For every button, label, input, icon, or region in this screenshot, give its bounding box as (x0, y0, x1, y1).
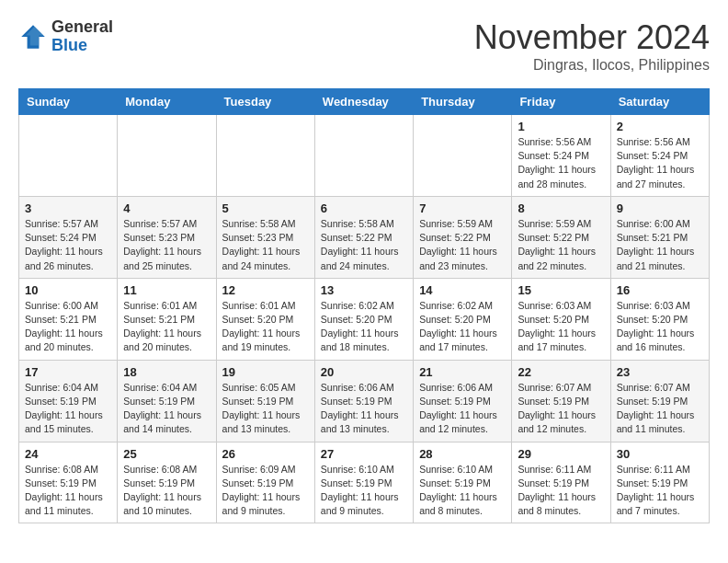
day-number: 8 (518, 201, 604, 215)
logo-icon (18, 22, 48, 52)
calendar-cell: 22Sunrise: 6:07 AM Sunset: 5:19 PM Dayli… (512, 360, 610, 442)
calendar-cell (216, 115, 314, 197)
day-info: Sunrise: 6:11 AM Sunset: 5:19 PM Dayligh… (518, 463, 604, 519)
day-number: 25 (123, 447, 210, 461)
page: General Blue November 2024 Dingras, Iloc… (0, 0, 728, 542)
day-info: Sunrise: 6:10 AM Sunset: 5:19 PM Dayligh… (321, 463, 407, 519)
day-info: Sunrise: 5:59 AM Sunset: 5:22 PM Dayligh… (419, 217, 506, 273)
day-number: 19 (222, 365, 309, 379)
week-row-3: 17Sunrise: 6:04 AM Sunset: 5:19 PM Dayli… (19, 360, 710, 442)
day-number: 3 (25, 201, 111, 215)
calendar-cell: 6Sunrise: 5:58 AM Sunset: 5:22 PM Daylig… (314, 196, 413, 278)
calendar-cell: 7Sunrise: 5:59 AM Sunset: 5:22 PM Daylig… (414, 196, 512, 278)
day-info: Sunrise: 6:01 AM Sunset: 5:20 PM Dayligh… (222, 299, 309, 355)
day-info: Sunrise: 6:04 AM Sunset: 5:19 PM Dayligh… (25, 381, 111, 437)
calendar-cell (118, 115, 216, 197)
week-row-0: 1Sunrise: 5:56 AM Sunset: 5:24 PM Daylig… (19, 115, 710, 197)
day-number: 27 (321, 447, 407, 461)
calendar-cell (314, 115, 413, 197)
calendar-cell: 25Sunrise: 6:08 AM Sunset: 5:19 PM Dayli… (118, 442, 216, 523)
month-title: November 2024 (474, 18, 710, 57)
day-number: 2 (617, 120, 703, 133)
header-wednesday: Wednesday (314, 89, 413, 115)
day-info: Sunrise: 6:08 AM Sunset: 5:19 PM Dayligh… (123, 463, 210, 519)
day-info: Sunrise: 6:09 AM Sunset: 5:19 PM Dayligh… (222, 463, 309, 519)
calendar-cell: 20Sunrise: 6:06 AM Sunset: 5:19 PM Dayli… (314, 360, 413, 442)
day-info: Sunrise: 6:03 AM Sunset: 5:20 PM Dayligh… (617, 299, 703, 355)
header-friday: Friday (512, 89, 610, 115)
logo: General Blue (18, 18, 113, 55)
day-info: Sunrise: 6:08 AM Sunset: 5:19 PM Dayligh… (25, 463, 111, 519)
day-number: 1 (518, 120, 604, 133)
day-number: 12 (222, 283, 309, 297)
calendar-cell: 27Sunrise: 6:10 AM Sunset: 5:19 PM Dayli… (314, 442, 413, 523)
day-number: 7 (419, 201, 506, 215)
day-number: 24 (25, 447, 111, 461)
calendar-cell: 16Sunrise: 6:03 AM Sunset: 5:20 PM Dayli… (610, 278, 709, 360)
day-number: 9 (617, 201, 703, 215)
day-number: 14 (419, 283, 506, 297)
calendar-cell: 21Sunrise: 6:06 AM Sunset: 5:19 PM Dayli… (414, 360, 512, 442)
day-info: Sunrise: 6:05 AM Sunset: 5:19 PM Dayligh… (222, 381, 309, 437)
calendar-cell: 15Sunrise: 6:03 AM Sunset: 5:20 PM Dayli… (512, 278, 610, 360)
title-block: November 2024 Dingras, Ilocos, Philippin… (474, 18, 710, 74)
day-info: Sunrise: 6:01 AM Sunset: 5:21 PM Dayligh… (123, 299, 210, 355)
day-number: 10 (25, 283, 111, 297)
day-info: Sunrise: 5:58 AM Sunset: 5:22 PM Dayligh… (321, 217, 407, 273)
header: General Blue November 2024 Dingras, Iloc… (18, 18, 710, 74)
day-number: 28 (419, 447, 506, 461)
day-number: 20 (321, 365, 407, 379)
calendar: Sunday Monday Tuesday Wednesday Thursday… (18, 88, 710, 523)
day-info: Sunrise: 6:02 AM Sunset: 5:20 PM Dayligh… (321, 299, 407, 355)
calendar-cell (414, 115, 512, 197)
day-info: Sunrise: 5:58 AM Sunset: 5:23 PM Dayligh… (222, 217, 309, 273)
day-number: 13 (321, 283, 407, 297)
day-info: Sunrise: 6:03 AM Sunset: 5:20 PM Dayligh… (518, 299, 604, 355)
header-sunday: Sunday (19, 89, 118, 115)
day-info: Sunrise: 5:56 AM Sunset: 5:24 PM Dayligh… (518, 135, 604, 191)
calendar-cell: 13Sunrise: 6:02 AM Sunset: 5:20 PM Dayli… (314, 278, 413, 360)
week-row-2: 10Sunrise: 6:00 AM Sunset: 5:21 PM Dayli… (19, 278, 710, 360)
header-tuesday: Tuesday (216, 89, 314, 115)
header-saturday: Saturday (610, 89, 709, 115)
calendar-cell: 23Sunrise: 6:07 AM Sunset: 5:19 PM Dayli… (610, 360, 709, 442)
day-info: Sunrise: 5:57 AM Sunset: 5:23 PM Dayligh… (123, 217, 210, 273)
calendar-cell (19, 115, 118, 197)
day-info: Sunrise: 6:02 AM Sunset: 5:20 PM Dayligh… (419, 299, 506, 355)
calendar-cell: 5Sunrise: 5:58 AM Sunset: 5:23 PM Daylig… (216, 196, 314, 278)
day-info: Sunrise: 5:59 AM Sunset: 5:22 PM Dayligh… (518, 217, 604, 273)
day-info: Sunrise: 6:00 AM Sunset: 5:21 PM Dayligh… (617, 217, 703, 273)
calendar-cell: 2Sunrise: 5:56 AM Sunset: 5:24 PM Daylig… (610, 115, 709, 197)
day-info: Sunrise: 5:57 AM Sunset: 5:24 PM Dayligh… (25, 217, 111, 273)
week-row-4: 24Sunrise: 6:08 AM Sunset: 5:19 PM Dayli… (19, 442, 710, 523)
week-row-1: 3Sunrise: 5:57 AM Sunset: 5:24 PM Daylig… (19, 196, 710, 278)
calendar-cell: 8Sunrise: 5:59 AM Sunset: 5:22 PM Daylig… (512, 196, 610, 278)
day-number: 21 (419, 365, 506, 379)
day-number: 22 (518, 365, 604, 379)
day-info: Sunrise: 6:07 AM Sunset: 5:19 PM Dayligh… (617, 381, 703, 437)
header-thursday: Thursday (414, 89, 512, 115)
calendar-cell: 29Sunrise: 6:11 AM Sunset: 5:19 PM Dayli… (512, 442, 610, 523)
day-number: 29 (518, 447, 604, 461)
weekday-header-row: Sunday Monday Tuesday Wednesday Thursday… (19, 89, 710, 115)
calendar-cell: 28Sunrise: 6:10 AM Sunset: 5:19 PM Dayli… (414, 442, 512, 523)
calendar-cell: 10Sunrise: 6:00 AM Sunset: 5:21 PM Dayli… (19, 278, 118, 360)
calendar-cell: 12Sunrise: 6:01 AM Sunset: 5:20 PM Dayli… (216, 278, 314, 360)
calendar-cell: 30Sunrise: 6:11 AM Sunset: 5:19 PM Dayli… (610, 442, 709, 523)
day-info: Sunrise: 6:06 AM Sunset: 5:19 PM Dayligh… (419, 381, 506, 437)
day-number: 18 (123, 365, 210, 379)
logo-general-text: General (51, 18, 113, 37)
day-number: 6 (321, 201, 407, 215)
calendar-cell: 1Sunrise: 5:56 AM Sunset: 5:24 PM Daylig… (512, 115, 610, 197)
calendar-cell: 19Sunrise: 6:05 AM Sunset: 5:19 PM Dayli… (216, 360, 314, 442)
day-number: 5 (222, 201, 309, 215)
day-number: 26 (222, 447, 309, 461)
calendar-cell: 11Sunrise: 6:01 AM Sunset: 5:21 PM Dayli… (118, 278, 216, 360)
day-info: Sunrise: 6:04 AM Sunset: 5:19 PM Dayligh… (123, 381, 210, 437)
calendar-cell: 26Sunrise: 6:09 AM Sunset: 5:19 PM Dayli… (216, 442, 314, 523)
day-info: Sunrise: 6:11 AM Sunset: 5:19 PM Dayligh… (617, 463, 703, 519)
day-number: 4 (123, 201, 210, 215)
day-number: 16 (617, 283, 703, 297)
logo-blue-text: Blue (51, 37, 113, 55)
calendar-cell: 4Sunrise: 5:57 AM Sunset: 5:23 PM Daylig… (118, 196, 216, 278)
